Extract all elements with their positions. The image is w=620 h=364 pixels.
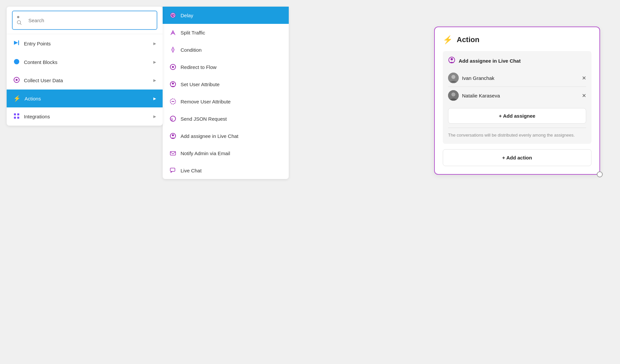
svg-point-30 [451, 75, 455, 79]
chevron-icon-collect-user-data: ▶ [153, 78, 156, 83]
svg-rect-9 [14, 117, 16, 119]
svg-point-16 [172, 66, 174, 68]
send-json-request-icon: {} [169, 115, 177, 122]
live-chat-icon [169, 167, 177, 174]
sidebar-item-entry-points[interactable]: Entry Points ▶ [7, 34, 163, 53]
avatar-ivan [448, 73, 459, 83]
add-assignee-button[interactable]: + Add assignee [448, 108, 586, 124]
redirect-to-flow-icon [169, 64, 177, 70]
set-user-attribute-icon [169, 81, 177, 88]
sub-item-redirect-to-flow[interactable]: Redirect to Flow [163, 58, 289, 76]
sub-item-add-assignee-live-chat[interactable]: Add assignee in Live Chat [163, 127, 289, 145]
sidebar-item-label-actions: Actions [25, 96, 41, 101]
card-title: Action [457, 35, 479, 44]
svg-point-28 [451, 58, 453, 60]
remove-assignee-natalie[interactable]: ✕ [582, 92, 586, 99]
svg-text:{}: {} [171, 118, 173, 121]
connector-dot [597, 171, 603, 177]
main-container: ● Entry Points ▶ [0, 0, 620, 364]
remove-assignee-ivan[interactable]: ✕ [582, 75, 586, 81]
chevron-icon-integrations: ▶ [153, 114, 156, 119]
svg-point-18 [172, 83, 174, 85]
chevron-icon-content-blocks: ▶ [153, 60, 156, 64]
sidebar-item-label-collect-user-data: Collect User Data [24, 78, 63, 83]
assignee-section-title-text: Add assignee in Live Chat [459, 58, 521, 64]
content-blocks-icon [13, 58, 20, 66]
svg-marker-2 [14, 41, 18, 45]
sidebar-item-actions[interactable]: ⚡ Actions ▶ [7, 90, 163, 107]
chevron-icon-actions: ▶ [153, 96, 156, 101]
search-icon: ● [17, 14, 26, 27]
integrations-icon [13, 113, 20, 120]
sub-item-label-remove-user-attribute: Remove User Attribute [181, 99, 231, 104]
svg-point-32 [451, 92, 455, 96]
chevron-icon-entry-points: ▶ [153, 41, 156, 46]
sidebar-item-label-content-blocks: Content Blocks [24, 59, 57, 65]
action-card: ⚡ Action Add assignee in Live Chat [434, 27, 600, 175]
delay-icon [169, 12, 177, 19]
sub-item-label-delay: Delay [181, 13, 193, 18]
remove-user-attribute-icon [169, 98, 177, 105]
split-traffic-icon [169, 29, 177, 36]
card-header: ⚡ Action [443, 35, 591, 44]
sub-item-send-json-request[interactable]: {} Send JSON Request [163, 110, 289, 127]
sub-item-delay[interactable]: Delay [163, 7, 289, 24]
svg-rect-8 [17, 113, 19, 115]
avatar-natalie [448, 90, 459, 101]
svg-rect-25 [170, 152, 176, 155]
svg-line-1 [20, 24, 21, 25]
sidebar-item-collect-user-data[interactable]: Collect User Data ▶ [7, 71, 163, 90]
sub-item-set-user-attribute[interactable]: Set User Attribute [163, 76, 289, 93]
collect-user-data-icon [13, 77, 20, 84]
sub-item-remove-user-attribute[interactable]: Remove User Attribute [163, 93, 289, 110]
assignee-row-natalie: Natalie Karaseva ✕ [448, 87, 586, 104]
card-lightning-icon: ⚡ [443, 35, 453, 44]
sidebar-item-integrations[interactable]: Integrations ▶ [7, 107, 163, 126]
sub-item-live-chat[interactable]: Live Chat [163, 162, 289, 179]
svg-rect-7 [14, 113, 16, 115]
entry-points-icon [13, 39, 20, 48]
sub-item-condition[interactable]: Condition [163, 41, 289, 58]
search-input-wrapper: ● [12, 11, 157, 30]
sub-item-label-send-json-request: Send JSON Request [181, 116, 227, 122]
sub-item-notify-admin-email[interactable]: Notify Admin via Email [163, 145, 289, 162]
sub-item-split-traffic[interactable]: Split Traffic [163, 24, 289, 41]
notify-admin-email-icon [169, 150, 177, 156]
section-divider [448, 128, 586, 128]
sub-item-label-live-chat: Live Chat [181, 168, 201, 173]
sidebar-item-label-entry-points: Entry Points [24, 41, 51, 46]
search-box: ● [7, 7, 163, 34]
sub-item-label-redirect-to-flow: Redirect to Flow [181, 64, 216, 70]
assignee-name-ivan: Ivan Granchak [462, 75, 495, 81]
sub-item-label-notify-admin-email: Notify Admin via Email [181, 151, 230, 156]
add-assignee-live-chat-icon [169, 133, 177, 139]
assignee-row-ivan: Ivan Granchak ✕ [448, 69, 586, 87]
sidebar-item-content-blocks[interactable]: Content Blocks ▶ [7, 53, 163, 71]
actions-icon: ⚡ [13, 95, 21, 102]
svg-point-4 [14, 59, 19, 64]
svg-point-6 [16, 79, 18, 81]
add-action-button[interactable]: + Add action [443, 149, 591, 166]
assignee-info-text: The conversations will be distributed ev… [448, 132, 586, 139]
assignee-section-icon [448, 56, 455, 65]
sub-item-label-split-traffic: Split Traffic [181, 30, 205, 35]
svg-rect-10 [17, 117, 19, 119]
assignee-name-natalie: Natalie Karaseva [462, 93, 500, 98]
sub-item-label-add-assignee-live-chat: Add assignee in Live Chat [181, 133, 238, 139]
svg-point-24 [172, 134, 174, 136]
search-input[interactable] [29, 18, 153, 23]
sub-item-label-condition: Condition [181, 47, 201, 53]
svg-rect-26 [170, 168, 175, 171]
condition-icon [169, 46, 177, 53]
sub-item-label-set-user-attribute: Set User Attribute [181, 82, 220, 87]
sidebar-item-label-integrations: Integrations [24, 114, 50, 119]
assignee-section: Add assignee in Live Chat Ivan Granchak … [443, 51, 591, 144]
sub-panel: Delay Split Traffic Condition [163, 7, 289, 179]
left-panel: ● Entry Points ▶ [7, 7, 163, 126]
assignee-section-title: Add assignee in Live Chat [448, 56, 586, 65]
